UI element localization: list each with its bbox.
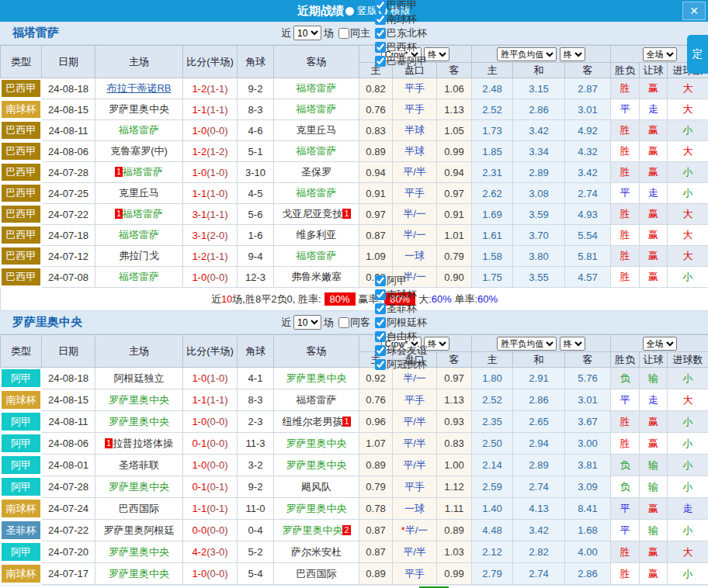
handicap-result-cell: 赢: [640, 78, 668, 99]
away-team-name: 罗萨里奥中央: [286, 438, 347, 449]
avg-away-cell: 3.09: [565, 476, 611, 498]
league-checkbox[interactable]: 阿甲: [373, 274, 427, 288]
away-team-cell: 萨尔米安杜: [274, 541, 359, 563]
final-select[interactable]: 终: [424, 47, 449, 61]
col-header-handicap-result: 让球: [640, 63, 668, 78]
final-select-2[interactable]: 终: [560, 337, 585, 351]
score-cell: 0-0(0-0): [183, 520, 238, 541]
away-team-name: 福塔雷萨: [297, 145, 337, 157]
handicap-cell: 半/一: [393, 225, 437, 246]
table-row: 巴西甲 24-07-18 福塔雷萨 3-1(2-0) 1-6 维多利亚 0.87…: [1, 225, 708, 246]
league-badge: 南球杯: [2, 391, 40, 409]
home-team-name: 福塔雷萨: [119, 271, 159, 282]
home-odds-cell: 0.87: [359, 225, 393, 246]
league-checkbox[interactable]: 南球杯: [373, 288, 427, 302]
away-odds-cell: 0.97: [437, 183, 472, 204]
avg-select[interactable]: 胜平负均值: [497, 337, 557, 351]
avg-home-cell: 2.59: [472, 476, 513, 498]
avg-select[interactable]: 胜平负均值: [497, 47, 557, 61]
away-odds-cell: 0.89: [437, 520, 472, 541]
same-away-checkbox[interactable]: 同客: [336, 316, 370, 330]
league-badge: 阿甲: [2, 434, 40, 452]
away-team-name: 飓风队: [301, 481, 331, 493]
avg-home-cell: 2.52: [472, 389, 513, 411]
league-checkbox[interactable]: 自由杯: [373, 330, 427, 344]
away-team-cell: 福塔雷萨: [274, 246, 359, 267]
away-team-cell: 巴西国际: [274, 563, 359, 585]
home-team-name: 罗萨里奥中央: [109, 546, 169, 558]
summary-row-partial: [0, 585, 708, 588]
date-cell: 24-07-25: [42, 183, 95, 204]
handicap-result-cell: 赢: [640, 162, 668, 183]
scope-select[interactable]: 全场: [643, 47, 677, 61]
away-odds-cell: 1.12: [437, 476, 472, 498]
league-cell: 巴西甲: [1, 246, 42, 267]
league-badge: 阿甲: [2, 369, 40, 387]
home-team-name: 罗萨里奥中央: [109, 416, 169, 427]
handicap-cell: 平手: [393, 183, 437, 204]
away-odds-cell: 0.93: [437, 411, 472, 433]
avg-home-cell: 2.48: [472, 78, 513, 99]
avg-away-cell: 5.54: [565, 225, 611, 246]
result-cell: 胜: [611, 141, 640, 162]
handicap-cell: 平/半: [393, 411, 437, 433]
league-cell: 巴西甲: [1, 78, 42, 99]
home-team-cell: 巴西国际: [95, 498, 183, 520]
goals-result-cell: 大: [668, 389, 708, 411]
corner-cell: 8-3: [238, 99, 274, 120]
away-team-name: 罗萨里奥中央: [286, 459, 347, 471]
final-select[interactable]: 终: [424, 337, 449, 351]
league-cell: 巴西甲: [1, 141, 42, 162]
home-odds-cell: 0.89: [359, 455, 393, 476]
match-count-select[interactable]: 10: [293, 315, 321, 330]
avg-group-header: 胜平负均值 终: [472, 335, 611, 352]
date-cell: 24-08-06: [42, 433, 95, 455]
date-cell: 24-08-18: [42, 78, 95, 99]
corner-cell: 11-3: [238, 433, 274, 455]
league-checkbox[interactable]: 巴西甲: [373, 0, 427, 12]
league-checkbox[interactable]: 阿根廷杯: [373, 316, 427, 330]
handicap-cell: 半球: [393, 141, 437, 162]
same-home-checkbox[interactable]: 同主: [336, 26, 370, 40]
final-select-2[interactable]: 终: [560, 47, 585, 61]
league-checkbox[interactable]: 球会友谊: [373, 344, 427, 358]
avg-away-cell: 4.57: [565, 267, 611, 288]
league-checkbox[interactable]: 阿冠挑杯: [373, 358, 427, 372]
league-badge: 阿甲: [2, 456, 40, 474]
league-checkbox[interactable]: 圣菲杯: [373, 302, 427, 316]
away-team-name: 戈亚尼亚竞技: [282, 208, 342, 220]
score-cell: 1-0(0-0): [183, 120, 238, 141]
league-checkbox[interactable]: 南球杯: [373, 12, 427, 26]
league-checkbox[interactable]: 巴塞阿甲: [373, 54, 427, 68]
away-odds-cell: 1.13: [437, 389, 472, 411]
col-header-avg-home: 主: [472, 352, 513, 368]
away-team-cell: 罗萨里奥中央: [274, 455, 359, 476]
handicap-cell: 平手: [393, 78, 437, 99]
avg-home-cell: 2.12: [472, 541, 513, 563]
home-team-cell: 布拉干蒂诺RB: [95, 78, 183, 99]
avg-away-cell: 5.76: [565, 368, 611, 389]
home-team-name: 巴西国际: [119, 503, 159, 514]
avg-draw-cell: 2.89: [513, 455, 565, 476]
match-count-select[interactable]: 10: [293, 26, 321, 40]
avg-home-cell: 2.35: [472, 411, 513, 433]
col-header-score: 比分(半场): [183, 335, 238, 368]
league-checkbox[interactable]: 巴东北杯: [373, 26, 427, 40]
away-team-cell: 罗萨里奥中央: [274, 433, 359, 455]
scope-select[interactable]: 全场: [643, 337, 677, 351]
date-cell: 24-08-15: [42, 99, 95, 120]
col-header-odds-away: 客: [437, 63, 472, 78]
unit-label: 场: [324, 316, 334, 330]
table-row: 巴西甲 24-07-22 1福塔雷萨 3-1(1-1) 5-6 戈亚尼亚竞技1 …: [1, 204, 708, 225]
table-row: 巴西甲 24-07-28 1福塔雷萨 1-0(1-0) 3-10 圣保罗 0.9…: [1, 162, 708, 183]
home-team-name: 罗萨里奥中央: [109, 481, 169, 493]
away-team-name: 福塔雷萨: [297, 82, 337, 94]
home-team-name: 拉普拉塔体操: [113, 438, 173, 449]
away-team-cell: 戈亚尼亚竞技1: [274, 204, 359, 225]
pin-button[interactable]: 定: [687, 35, 708, 74]
away-team-cell: 罗萨里奥中央2: [274, 520, 359, 541]
avg-home-cell: 1.75: [472, 267, 513, 288]
close-icon[interactable]: ✕: [682, 2, 706, 20]
away-team-cell: 飓风队: [274, 476, 359, 498]
league-checkbox[interactable]: 巴西杯: [373, 40, 427, 54]
